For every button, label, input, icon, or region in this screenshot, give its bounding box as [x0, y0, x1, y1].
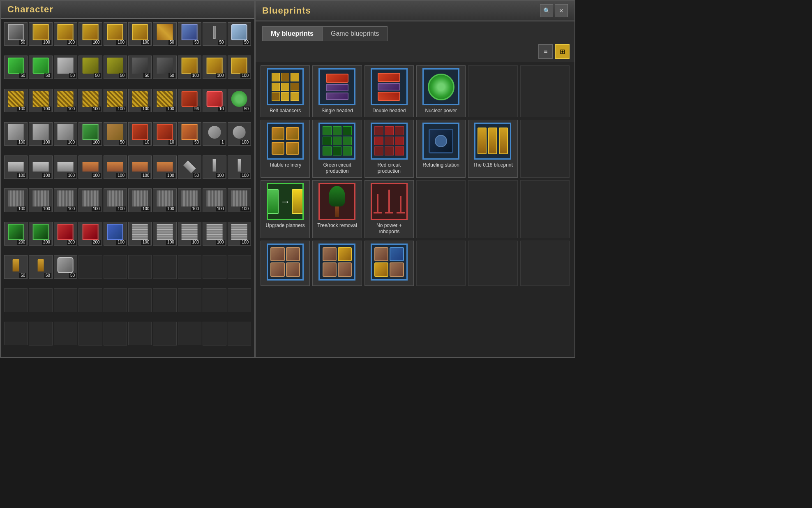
blueprint-item-nuclear-power[interactable]: Nuclear power: [416, 65, 466, 117]
inv-slot-53[interactable]: 100: [54, 188, 77, 212]
close-button[interactable]: ✕: [555, 4, 568, 17]
item-icon: [33, 124, 49, 140]
inv-slot-23[interactable]: 100: [54, 89, 77, 112]
inv-slot-62[interactable]: 200: [29, 222, 52, 245]
inv-slot-54[interactable]: 100: [78, 188, 102, 212]
inv-slot-38[interactable]: 50: [178, 122, 201, 146]
inv-slot-68[interactable]: 100: [178, 222, 201, 245]
inv-slot-16[interactable]: 50: [128, 56, 152, 79]
inv-slot-52[interactable]: 100: [29, 188, 52, 212]
inv-slot-71[interactable]: 50: [4, 255, 28, 278]
tab-my-blueprints[interactable]: My blueprints: [262, 26, 322, 41]
inv-slot-18[interactable]: 100: [178, 56, 201, 79]
inv-slot-55[interactable]: 100: [104, 188, 127, 212]
inv-slot-63[interactable]: 200: [54, 222, 77, 245]
inv-slot-8[interactable]: 50: [178, 22, 201, 46]
inv-slot-35[interactable]: 50: [104, 122, 127, 146]
inv-slot-49[interactable]: 100: [203, 155, 226, 179]
blueprint-item-green-circuit-production[interactable]: Green circuit production: [312, 120, 362, 178]
inv-slot-69[interactable]: 100: [203, 222, 226, 245]
inv-slot-70[interactable]: 100: [228, 222, 251, 245]
search-button[interactable]: 🔍: [540, 4, 553, 17]
inv-slot-61[interactable]: 200: [4, 222, 28, 245]
inv-slot-30[interactable]: 50: [228, 89, 251, 112]
inv-slot-9[interactable]: 50: [203, 22, 226, 46]
inv-slot-21[interactable]: 100: [4, 89, 28, 112]
item-count: 50: [193, 173, 200, 178]
inv-slot-50[interactable]: 100: [228, 155, 251, 179]
blueprint-item-factory-1[interactable]: [261, 241, 310, 286]
blueprint-item-no-power-roboports[interactable]: No power + roboports: [364, 180, 414, 238]
blueprint-item-factory-2[interactable]: [312, 241, 362, 286]
grid-view-button[interactable]: ⊞: [555, 44, 570, 59]
inv-slot-3[interactable]: 100: [54, 22, 77, 46]
inv-slot-15[interactable]: 50: [104, 56, 127, 79]
inv-slot-17[interactable]: 50: [153, 56, 176, 79]
inv-slot-31[interactable]: 100: [4, 122, 28, 146]
inv-slot-13[interactable]: 50: [54, 56, 77, 79]
inv-slot-10[interactable]: 50: [228, 22, 251, 46]
inv-slot-36[interactable]: 10: [128, 122, 152, 146]
blueprint-item-red-circuit-production[interactable]: Red circuit production: [364, 120, 414, 178]
inv-slot-73[interactable]: 50: [54, 255, 77, 278]
inv-slot-59[interactable]: 100: [203, 188, 226, 212]
inv-slot-39[interactable]: 1: [203, 122, 226, 146]
inv-slot-60[interactable]: 100: [228, 188, 251, 212]
inv-slot-28[interactable]: 96: [178, 89, 201, 112]
blueprint-item-tree-rock-removal[interactable]: Tree/rock removal: [312, 180, 362, 238]
inv-slot-14[interactable]: 50: [78, 56, 102, 79]
inv-slot-37[interactable]: 10: [153, 122, 176, 146]
blueprint-item-double-headed[interactable]: Double headed: [364, 65, 414, 117]
inv-slot-24[interactable]: 100: [78, 89, 102, 112]
inv-slot-48[interactable]: 50: [178, 155, 201, 179]
inv-slot-67[interactable]: 100: [153, 222, 176, 245]
inv-slot-29[interactable]: 10: [203, 89, 226, 112]
blueprint-item-018-blueprint[interactable]: The 0.18 blueprint: [468, 120, 517, 178]
blueprint-content[interactable]: Belt balancers Single headed: [256, 62, 574, 357]
inv-slot-46[interactable]: 100: [128, 155, 152, 179]
item-icon: [58, 257, 74, 273]
inv-slot-26[interactable]: 100: [128, 89, 152, 112]
inv-slot-51[interactable]: 100: [4, 188, 28, 212]
item-count: 50: [19, 40, 26, 45]
inv-slot-33[interactable]: 100: [54, 122, 77, 146]
inv-slot-41[interactable]: 100: [4, 155, 28, 179]
inv-slot-1[interactable]: 50: [4, 22, 28, 46]
tab-game-blueprints[interactable]: Game blueprints: [322, 26, 388, 41]
list-view-button[interactable]: ≡: [538, 44, 553, 59]
inv-slot-25[interactable]: 100: [104, 89, 127, 112]
blueprint-item-upgrade-planners[interactable]: → Upgrade planners: [261, 180, 310, 238]
inv-slot-22[interactable]: 100: [29, 89, 52, 112]
inv-slot-20[interactable]: 100: [228, 56, 251, 79]
blueprint-toolbar: ≡ ⊞: [256, 41, 574, 62]
inv-slot-19[interactable]: 100: [203, 56, 226, 79]
inv-slot-58[interactable]: 100: [178, 188, 201, 212]
inv-slot-32[interactable]: 100: [29, 122, 52, 146]
inv-slot-72[interactable]: 50: [29, 255, 52, 278]
inv-slot-5[interactable]: 100: [104, 22, 127, 46]
inv-slot-40[interactable]: 100: [228, 122, 251, 146]
blueprint-item-factory-3[interactable]: [364, 241, 414, 286]
inv-slot-66[interactable]: 100: [128, 222, 152, 245]
blueprint-item-single-headed[interactable]: Single headed: [312, 65, 362, 117]
inv-slot-6[interactable]: 100: [128, 22, 152, 46]
inv-slot-27[interactable]: 100: [153, 89, 176, 112]
inv-slot-47[interactable]: 100: [153, 155, 176, 179]
blueprint-item-tilable-refinery[interactable]: Tilable refinery: [261, 120, 310, 178]
inv-slot-11[interactable]: 50: [4, 56, 28, 79]
inv-slot-45[interactable]: 100: [104, 155, 127, 179]
inv-slot-44[interactable]: 100: [78, 155, 102, 179]
inv-slot-12[interactable]: 50: [29, 56, 52, 79]
inv-slot-64[interactable]: 200: [78, 222, 102, 245]
inv-slot-7[interactable]: 50: [153, 22, 176, 46]
inv-slot-65[interactable]: 100: [104, 222, 127, 245]
blueprint-item-refueling-station[interactable]: Refueling station: [416, 120, 466, 178]
inv-slot-4[interactable]: 100: [78, 22, 102, 46]
inv-slot-34[interactable]: 100: [78, 122, 102, 146]
inv-slot-42[interactable]: 100: [29, 155, 52, 179]
inv-slot-56[interactable]: 100: [128, 188, 152, 212]
inv-slot-2[interactable]: 100: [29, 22, 52, 46]
inv-slot-57[interactable]: 100: [153, 188, 176, 212]
blueprint-item-belt-balancers[interactable]: Belt balancers: [261, 65, 310, 117]
inv-slot-43[interactable]: 100: [54, 155, 77, 179]
